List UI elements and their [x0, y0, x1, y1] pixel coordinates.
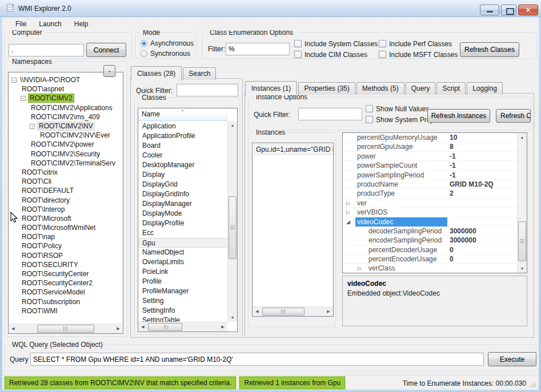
checkbox-icon[interactable]	[379, 51, 386, 58]
checkbox-icon[interactable]	[366, 116, 373, 123]
tree-node[interactable]: ROOT\DEFAULT	[9, 186, 123, 195]
class-list-item[interactable]: Cooler	[138, 151, 227, 160]
expander-collapsed-icon[interactable]: ▷	[346, 209, 350, 216]
tree-expander-icon[interactable]: -	[30, 124, 35, 129]
tree-node[interactable]: ROOT\SecurityCenter	[9, 269, 123, 278]
scroll-thumb[interactable]	[518, 221, 526, 261]
collapse-tree-button[interactable]: -	[103, 65, 115, 77]
class-list-item[interactable]: Setting	[138, 296, 227, 306]
checkbox-include-cim-classes[interactable]: Include CIM Classes	[294, 51, 379, 59]
scroll-down-icon[interactable]: ▼	[228, 313, 237, 322]
tree-node[interactable]: ROOT\CIMV2\ms_409	[9, 112, 123, 122]
property-grid-row[interactable]: powerSamplingPeriod-1	[343, 171, 517, 180]
tree-node[interactable]: ROOT\aspnet	[9, 84, 123, 94]
property-grid-row[interactable]: ▷verClass	[343, 264, 517, 273]
property-grid-vscrollbar[interactable]: ▲ ▼	[517, 133, 527, 273]
classes-quick-filter-input[interactable]	[177, 84, 238, 96]
tree-node[interactable]: ROOT\MicrosoftWmiNet	[9, 223, 123, 232]
tab-methods-5-[interactable]: Methods (5)	[356, 82, 404, 95]
menu-item-launch[interactable]: Launch	[33, 18, 67, 30]
property-grid-row[interactable]: productType2	[343, 189, 517, 198]
tree-node[interactable]: ROOT\nap	[9, 232, 123, 241]
tree-node[interactable]: ROOT\WMI	[9, 306, 123, 316]
checkbox-icon[interactable]	[366, 105, 373, 112]
instances-quick-filter-input[interactable]	[298, 108, 362, 120]
tree-node[interactable]: -ROOT\CIMV2	[9, 94, 123, 103]
scroll-right-icon[interactable]: ▶	[324, 307, 333, 316]
menu-item-help[interactable]: Help	[68, 18, 95, 30]
class-list-item[interactable]: ProfileManager	[138, 286, 227, 296]
class-list-item[interactable]: OverlapLimits	[138, 257, 227, 267]
checkbox-icon[interactable]	[294, 51, 302, 58]
class-list-item[interactable]: DisplayManager	[138, 199, 227, 209]
property-grid-row[interactable]: percentEncoderUsage0	[343, 254, 517, 264]
tree-expander-icon[interactable]: -	[21, 96, 26, 101]
class-list-item[interactable]: Gpu	[138, 238, 227, 248]
tree-node[interactable]: ROOT\CIMV2\power	[9, 140, 123, 149]
property-grid-row[interactable]: ▷verVBIOS	[343, 208, 517, 217]
menu-item-file[interactable]: File	[9, 18, 33, 30]
class-list-item[interactable]: SettingInfo	[138, 306, 227, 316]
scroll-thumb[interactable]	[262, 308, 304, 316]
class-list-item[interactable]: ApplicationProfile	[138, 131, 227, 141]
scroll-left-icon[interactable]: ◀	[138, 322, 147, 331]
tree-hscrollbar[interactable]: ◀ ▶	[9, 324, 123, 333]
property-grid-row[interactable]: decoderSamplingPeriod3000000	[343, 227, 517, 236]
checkbox-include-msft-classes[interactable]: Include MSFT Classes	[379, 51, 470, 59]
class-list-item[interactable]: Display	[138, 170, 227, 180]
tree-node[interactable]: ROOT\Policy	[9, 241, 123, 250]
radio-icon[interactable]	[141, 50, 147, 57]
instances-hscrollbar[interactable]: ◀ ▶	[253, 306, 333, 316]
scroll-up-icon[interactable]: ▲	[228, 121, 237, 130]
tree-node[interactable]: ROOT\Interop	[9, 205, 123, 214]
classes-vscrollbar[interactable]: ▲ ▼	[227, 121, 237, 322]
tab-instances-1-[interactable]: Instances (1)	[245, 81, 297, 95]
tree-node[interactable]: ROOT\CIMV2\Security	[9, 149, 123, 159]
scroll-thumb[interactable]	[229, 196, 237, 259]
maximize-icon[interactable]	[501, 5, 516, 15]
mode-option-asynchronous[interactable]: Asynchronous	[141, 39, 194, 47]
computer-input[interactable]	[9, 44, 84, 56]
property-grid-row[interactable]: powerSampleCount-1	[343, 161, 517, 170]
tab-logging[interactable]: Logging	[467, 82, 503, 95]
expander-collapsed-icon[interactable]: ▷	[358, 265, 362, 272]
scroll-right-icon[interactable]: ▶	[114, 324, 123, 333]
minimize-icon[interactable]	[480, 5, 499, 15]
tree-node[interactable]: ROOT\citrix	[9, 168, 123, 177]
class-list-item[interactable]: DesktopManager	[138, 160, 227, 170]
class-list-item[interactable]: DisplayProfile	[138, 219, 227, 228]
tree-node[interactable]: ROOT\ServiceModel	[9, 288, 123, 297]
class-filter-input[interactable]	[226, 43, 290, 55]
expander-expanded-icon[interactable]: ◢	[346, 219, 350, 225]
tree-node[interactable]: ROOT\RSOP	[9, 251, 123, 260]
class-list-item[interactable]: PcieLink	[138, 267, 227, 277]
tree-expander-icon[interactable]: -	[11, 78, 17, 83]
scroll-thumb[interactable]	[148, 323, 182, 331]
tree-node[interactable]: ROOT\CIMV2\Applications	[9, 103, 123, 112]
execute-button[interactable]: Execute	[488, 352, 536, 366]
class-list-item[interactable]: Application	[138, 122, 227, 131]
scroll-up-icon[interactable]: ▲	[518, 133, 527, 142]
class-list-item[interactable]: SettingTable	[138, 316, 227, 322]
checkbox-include-system-classes[interactable]: Include System Classes	[294, 40, 379, 48]
query-input[interactable]	[30, 353, 484, 366]
property-grid-row[interactable]: percentGpuMemoryUsage10	[343, 133, 517, 142]
radio-icon[interactable]	[141, 40, 147, 47]
tree-node[interactable]: ROOT\directory	[9, 195, 123, 204]
checkbox-include-perf-classes[interactable]: Include Perf Classes	[379, 40, 470, 48]
classes-hscrollbar[interactable]: ◀ ▶	[138, 322, 227, 332]
property-grid-row[interactable]: percentGpuUsage8	[343, 142, 517, 151]
checkbox-icon[interactable]	[294, 40, 302, 47]
tree-node[interactable]: ROOT\SECURITY	[9, 260, 123, 269]
instance-list-item[interactable]: Gpu.id=1,uname="GRID M10-	[254, 144, 332, 155]
tab-search[interactable]: Search	[183, 67, 216, 80]
tree-node[interactable]: ROOT\CIMV2\TerminalServ	[9, 159, 123, 168]
class-list-item[interactable]: Ecc	[138, 228, 227, 238]
class-list-item[interactable]: NamedObject	[138, 248, 227, 257]
scroll-left-icon[interactable]: ◀	[9, 324, 18, 333]
class-list-item[interactable]: DisplayGridInfo	[138, 189, 227, 199]
mode-option-synchronous[interactable]: Synchronous	[141, 50, 194, 58]
property-grid-row[interactable]: percentDecoderUsage0	[343, 245, 517, 254]
property-grid-row[interactable]: productNameGRID M10-2Q	[343, 180, 517, 189]
tree-node[interactable]: ROOT\subscription	[9, 297, 123, 306]
